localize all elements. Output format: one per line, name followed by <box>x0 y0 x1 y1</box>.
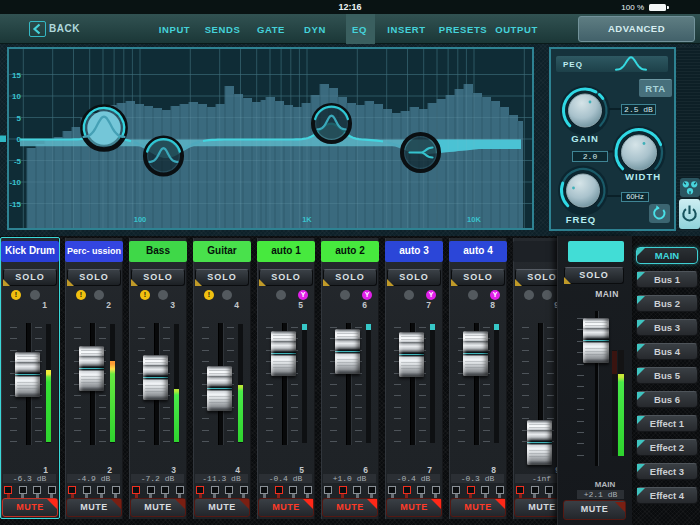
svg-text:5: 5 <box>17 114 22 123</box>
svg-text:1K: 1K <box>302 215 312 224</box>
svg-text:100: 100 <box>134 215 147 224</box>
svg-text:15: 15 <box>12 71 21 80</box>
svg-text:-10: -10 <box>9 178 21 187</box>
svg-text:0: 0 <box>17 135 22 144</box>
svg-text:-15: -15 <box>9 200 21 209</box>
svg-text:10: 10 <box>12 92 21 101</box>
svg-text:-5: -5 <box>14 157 22 166</box>
svg-text:10K: 10K <box>467 215 481 224</box>
